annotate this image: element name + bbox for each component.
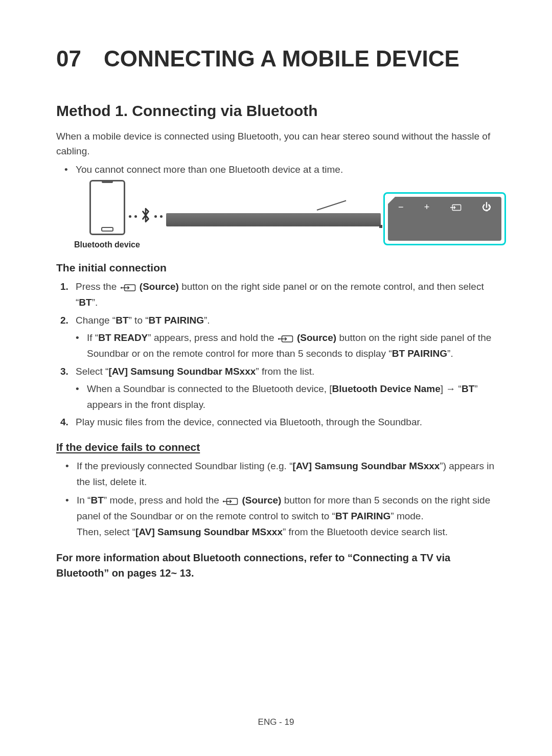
source-icon <box>450 203 462 212</box>
text: ” mode. <box>390 511 423 521</box>
text: If the previously connected Soundbar lis… <box>77 461 292 471</box>
phone-icon <box>89 180 125 235</box>
device-name-label: [AV] Samsung Soundbar MSxxx <box>292 461 440 471</box>
text: In “ <box>77 495 90 506</box>
fails-bullet-2: In “BT” mode, press and hold the (Source… <box>65 493 496 540</box>
subheading-initial-connection: The initial connection <box>56 262 496 274</box>
text: When a Soundbar is connected to the Blue… <box>87 383 332 394</box>
intro-bullets: You cannot connect more than one Bluetoo… <box>76 162 496 177</box>
source-label: (Source) <box>297 332 336 343</box>
bt-label: BT <box>90 495 103 506</box>
text: If “ <box>87 332 98 343</box>
bt-pairing-label: BT PAIRING <box>149 315 204 326</box>
bt-pairing-label: BT PAIRING <box>392 348 447 359</box>
bt-ready-label: BT READY <box>98 332 148 343</box>
text: ” from the list. <box>256 366 314 377</box>
text: button on the right side panel or on the… <box>76 281 484 308</box>
volume-up-icon: + <box>424 202 430 213</box>
step-2: 2. Change “BT” to “BT PAIRING”. If “BT R… <box>60 313 496 362</box>
device-name-label: [AV] Samsung Soundbar MSxxx <box>135 526 283 537</box>
intro-bullet-1: You cannot connect more than one Bluetoo… <box>76 162 496 177</box>
bluetooth-signal-icon <box>129 208 163 225</box>
text: ”. <box>204 315 210 326</box>
bt-label: BT <box>462 383 474 394</box>
text: ” to “ <box>129 315 149 326</box>
connection-diagram: Bluetooth device − + ⏻ <box>56 184 496 250</box>
source-icon <box>121 280 136 295</box>
volume-down-icon: − <box>398 202 404 213</box>
text: ] → “ <box>441 383 462 394</box>
step-4: 4. Play music files from the device, con… <box>60 415 496 430</box>
callout-line <box>317 200 347 211</box>
section-heading: Method 1. Connecting via Bluetooth <box>56 102 496 120</box>
text: ”. <box>447 348 453 359</box>
step-number: 4. <box>60 415 68 430</box>
bt-pairing-label: BT PAIRING <box>335 511 390 521</box>
step-1: 1. Press the (Source) button on the righ… <box>60 279 496 311</box>
remote-control-closeup: − + ⏻ <box>383 192 506 245</box>
power-icon: ⏻ <box>482 202 491 213</box>
bluetooth-icon <box>140 208 151 225</box>
step-3-sub-1: When a Soundbar is connected to the Blue… <box>76 381 496 413</box>
step-3: 3. Select “[AV] Samsung Soundbar MSxxx” … <box>60 364 496 413</box>
text: ”. <box>92 297 98 308</box>
text: ” appears, press and hold the <box>148 332 277 343</box>
text: ” mode, press and hold the <box>104 495 222 506</box>
manual-page: 07 CONNECTING A MOBILE DEVICE Method 1. … <box>0 0 552 756</box>
more-info-note: For more information about Bluetooth con… <box>56 550 496 581</box>
step-number: 2. <box>60 313 68 328</box>
chapter-title: 07 CONNECTING A MOBILE DEVICE <box>56 46 496 72</box>
fails-bullet-1: If the previously connected Soundbar lis… <box>65 459 496 490</box>
intro-paragraph: When a mobile device is connected using … <box>56 129 496 159</box>
bt-label: BT <box>79 297 91 308</box>
text: Change “ <box>76 315 116 326</box>
source-label: (Source) <box>242 495 281 506</box>
step-number: 3. <box>60 364 68 379</box>
fails-bullets: If the previously connected Soundbar lis… <box>65 459 496 540</box>
text: Then, select “ <box>77 526 135 537</box>
steps-list: 1. Press the (Source) button on the righ… <box>60 279 496 430</box>
step-3-sub: When a Soundbar is connected to the Blue… <box>76 381 496 413</box>
text: Press the <box>76 281 120 292</box>
bluetooth-device-name-label: Bluetooth Device Name <box>332 383 441 394</box>
text: ” from the Bluetooth device search list. <box>283 526 448 537</box>
step-2-sub-1: If “BT READY” appears, press and hold th… <box>76 330 496 362</box>
source-icon <box>223 493 238 509</box>
page-footer: ENG - 19 <box>0 717 552 727</box>
source-icon <box>278 331 293 346</box>
source-label: (Source) <box>140 281 179 292</box>
step-number: 1. <box>60 279 68 294</box>
text: Select “ <box>76 366 108 377</box>
soundbar-icon <box>166 213 381 226</box>
text: Play music files from the device, connec… <box>76 417 422 427</box>
step-2-sub: If “BT READY” appears, press and hold th… <box>76 330 496 362</box>
subheading-fails-to-connect: If the device fails to connect <box>56 441 496 453</box>
phone-label: Bluetooth device <box>74 240 140 249</box>
device-name-label: [AV] Samsung Soundbar MSxxx <box>108 366 256 377</box>
bt-label: BT <box>116 315 128 326</box>
